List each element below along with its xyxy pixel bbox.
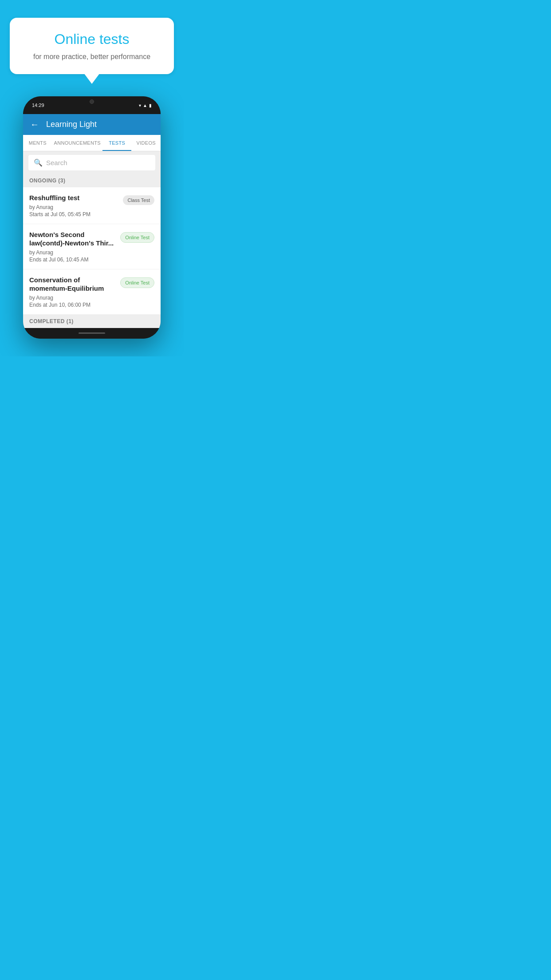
app-screen: ← Learning Light MENTS ANNOUNCEMENTS TES… (23, 114, 161, 328)
wifi-icon: ▾ (139, 103, 141, 108)
tab-announcements[interactable]: ANNOUNCEMENTS (52, 135, 102, 151)
badge-2: Online Test (120, 232, 154, 243)
tabs-container: MENTS ANNOUNCEMENTS TESTS VIDEOS (23, 135, 161, 151)
signal-icon: ▲ (143, 103, 147, 108)
test-title-3: Conservation of momentum-Equilibrium (29, 276, 116, 293)
test-title-1: Reshuffling test (29, 194, 118, 202)
home-indicator (79, 332, 105, 334)
app-header: ← Learning Light (23, 114, 161, 135)
phone-bottom (23, 328, 161, 339)
search-icon: 🔍 (34, 158, 43, 167)
ongoing-section-header: ONGOING (3) (23, 174, 161, 187)
test-by-1: by Anurag (29, 204, 118, 210)
badge-1: Class Test (123, 195, 154, 205)
phone-device: 14:29 ▾ ▲ ▮ ← Learning Light MENTS (23, 96, 161, 339)
status-icons: ▾ ▲ ▮ (139, 103, 152, 108)
badge-3: Online Test (120, 277, 154, 288)
test-item-1[interactable]: Reshuffling test by Anurag Starts at Jul… (23, 187, 161, 224)
search-placeholder: Search (46, 159, 67, 166)
test-list: Reshuffling test by Anurag Starts at Jul… (23, 187, 161, 315)
speech-bubble-section: Online tests for more practice, better p… (0, 0, 184, 74)
tab-tests[interactable]: TESTS (102, 135, 132, 151)
test-info-3: Conservation of momentum-Equilibrium by … (29, 276, 120, 308)
tab-ments[interactable]: MENTS (23, 135, 52, 151)
notch (74, 96, 110, 107)
test-date-1: Starts at Jul 05, 05:45 PM (29, 211, 118, 217)
test-date-2: Ends at Jul 06, 10:45 AM (29, 257, 116, 263)
test-date-3: Ends at Jun 10, 06:00 PM (29, 302, 116, 308)
speech-bubble-title: Online tests (20, 31, 163, 47)
back-button[interactable]: ← (30, 119, 39, 130)
camera (90, 99, 94, 104)
speech-bubble-subtitle: for more practice, better performance (20, 53, 163, 61)
test-info-2: Newton's Second law(contd)-Newton's Thir… (29, 230, 120, 263)
test-item-3[interactable]: Conservation of momentum-Equilibrium by … (23, 269, 161, 315)
test-by-3: by Anurag (29, 295, 116, 301)
search-bar[interactable]: 🔍 Search (28, 155, 155, 170)
status-time: 14:29 (32, 103, 44, 108)
app-title: Learning Light (46, 120, 97, 129)
test-info-1: Reshuffling test by Anurag Starts at Jul… (29, 194, 123, 217)
test-item-2[interactable]: Newton's Second law(contd)-Newton's Thir… (23, 224, 161, 269)
battery-icon: ▮ (149, 103, 152, 108)
completed-section-header: COMPLETED (1) (23, 315, 161, 328)
tab-videos[interactable]: VIDEOS (131, 135, 161, 151)
search-container: 🔍 Search (23, 151, 161, 174)
status-bar: 14:29 ▾ ▲ ▮ (23, 96, 161, 114)
speech-bubble: Online tests for more practice, better p… (10, 18, 174, 74)
test-by-2: by Anurag (29, 249, 116, 256)
test-title-2: Newton's Second law(contd)-Newton's Thir… (29, 230, 116, 248)
phone-wrapper: 14:29 ▾ ▲ ▮ ← Learning Light MENTS (0, 96, 184, 356)
